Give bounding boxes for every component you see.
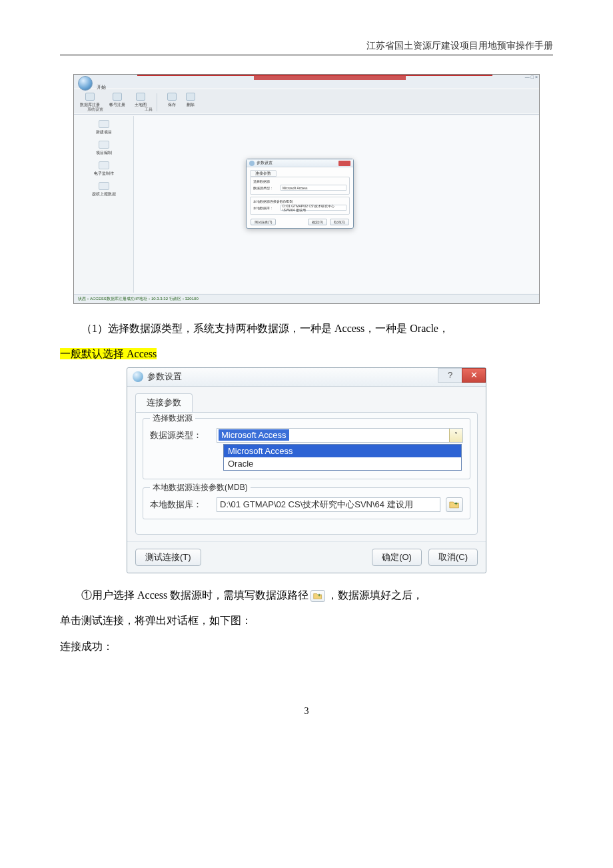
dialog-icon <box>249 161 255 166</box>
type-label: 数据源类型： <box>150 429 211 441</box>
page-header: 江苏省国土资源厅建设项目用地预审操作手册 <box>60 40 553 55</box>
datasource-type-combo[interactable]: Microsoft Access ˅ <box>217 428 463 443</box>
submit-data-icon <box>99 182 109 190</box>
ribbon-item: 删除 <box>187 102 195 108</box>
ribbon-group-label: 工具 <box>145 107 153 113</box>
dialog-icon <box>133 371 143 382</box>
group-legend-local: 本地数据源连接参数(MDB) <box>150 482 251 493</box>
page-number: 3 <box>60 706 553 717</box>
close-button[interactable]: ✕ <box>462 368 486 383</box>
account-register-icon <box>113 93 122 101</box>
close-icon <box>338 161 350 166</box>
sidebar-item-label: 电子监制作 <box>94 171 114 177</box>
db-path-input[interactable]: D:\01 GTMAP\02 CS\技术研究中心SVN\64 建设用 <box>217 497 440 512</box>
sidebar-item-label: 项目编制 <box>96 150 112 156</box>
sidebar: 新建项目 项目编制 电子监制作 授权上报数据 <box>74 116 134 293</box>
paragraph-1b: 一般默认选择 Access <box>60 341 553 367</box>
highlighted-text: 一般默认选择 Access <box>60 348 157 359</box>
land-map-icon <box>136 93 145 101</box>
title-bar-red <box>254 75 406 80</box>
ribbon-item: 保存 <box>168 102 176 108</box>
ribbon-item: 帐号注册 <box>109 102 125 108</box>
group-legend: 选择数据源 <box>253 179 346 183</box>
sidebar-item-label: 授权上报数据 <box>92 191 116 197</box>
type-label: 数据源类型： <box>253 186 279 190</box>
cancel-button[interactable]: 取消(C) <box>428 549 478 566</box>
paragraph-2: ①用户选择 Access 数据源时，需填写数据源路径 ，数据源填好之后， <box>60 583 553 608</box>
sidebar-item-label: 新建项目 <box>96 129 112 135</box>
help-button[interactable]: ? <box>438 368 462 383</box>
paragraph-1: （1）选择数据源类型，系统支持两种数据源，一种是 Access，一种是 Orac… <box>60 316 553 341</box>
ribbon-separator <box>157 93 157 111</box>
folder-open-icon <box>449 500 460 509</box>
dialog-tab: 连接参数 <box>250 170 277 177</box>
dropdown-option-access[interactable]: Microsoft Access <box>224 445 461 457</box>
group-legend: 本地数据源连接参数(MDB) <box>253 199 346 203</box>
tab-connection-params[interactable]: 连接参数 <box>135 393 193 412</box>
test-connection-button[interactable]: 测试连接(T) <box>135 549 201 566</box>
app-orb-icon <box>78 76 93 91</box>
browse-button[interactable] <box>446 497 463 512</box>
e-seal-icon <box>99 161 109 169</box>
paragraph-3: 单击测试连接，将弹出对话框，如下图： <box>60 608 553 633</box>
settings-dialog: 参数设置 ? ✕ 连接参数 选择数据源 数据源类型： Microsoft Acc… <box>127 367 486 573</box>
db-register-icon <box>85 93 95 101</box>
dialog-title: 参数设置 <box>147 371 182 383</box>
dialog-titlebar: 参数设置 ? ✕ <box>127 368 486 387</box>
chevron-down-icon[interactable]: ˅ <box>449 429 462 442</box>
combo-selected-text: Microsoft Access <box>219 429 289 441</box>
delete-icon <box>186 93 195 101</box>
ribbon-group-label: 系统设置 <box>87 107 103 113</box>
new-project-icon <box>99 120 109 128</box>
ribbon-tab-start: 开始 <box>97 84 106 91</box>
type-combo: Microsoft Access <box>281 185 346 191</box>
browse-icon-inline <box>310 590 325 602</box>
ok-button: 确定(O) <box>308 219 327 225</box>
cancel-button: 取消(C) <box>330 219 349 225</box>
window-controls: — □ × <box>525 75 538 79</box>
db-path-input: D:\01 GTMAP\02 CS\技术研究中心\SVN\64 建设用 <box>281 205 346 211</box>
app-screenshot-1: — □ × 开始 数据库注册 帐号注册 土地图 保存 删除 系统设置 工具 新建… <box>73 74 540 304</box>
ok-button[interactable]: 确定(O) <box>372 549 422 566</box>
dropdown-option-oracle[interactable]: Oracle <box>224 457 461 470</box>
settings-dialog-small: 参数设置 连接参数 选择数据源 数据源类型： Microsoft Access … <box>246 159 354 229</box>
project-edit-icon <box>99 141 109 149</box>
ribbon: 数据库注册 帐号注册 土地图 保存 删除 <box>74 91 539 115</box>
datasource-dropdown[interactable]: Microsoft Access Oracle <box>223 444 462 471</box>
dialog-title: 参数设置 <box>257 160 273 166</box>
group-legend-datasource: 选择数据源 <box>150 413 195 424</box>
test-connection-button: 测试连接(T) <box>251 219 276 225</box>
paragraph-4: 连接成功： <box>60 634 553 659</box>
db-label: 本地数据库： <box>253 206 279 210</box>
db-label: 本地数据库： <box>150 499 211 511</box>
status-bar: 状态：ACCESS数据库注册成功 IP地址：10.3.3.32 行政区：3201… <box>74 294 539 303</box>
save-icon <box>167 93 177 101</box>
